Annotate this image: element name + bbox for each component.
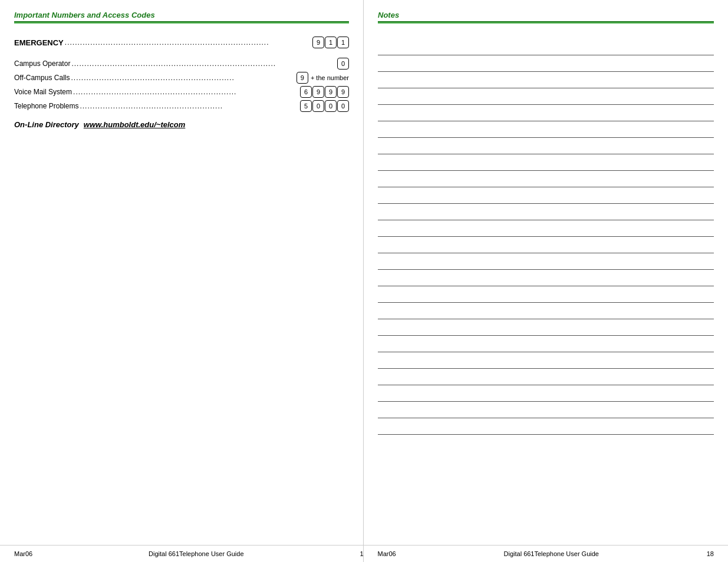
offcampus-dots: ........................................… [71, 74, 295, 82]
voicemail-code-1: 9 [312, 86, 324, 98]
footer-left: Mar06 Digital 661Telephone User Guide 1 [14, 550, 364, 557]
note-line [378, 171, 714, 187]
telproblems-code-0: 5 [300, 100, 312, 112]
emergency-label: EMERGENCY [14, 38, 64, 47]
online-directory-row: On-Line Directory www.humboldt.edu/~telc… [14, 120, 349, 129]
note-line [378, 286, 714, 303]
campus-operator-dots: ........................................… [71, 59, 336, 68]
telproblems-row: Telephone Problems .....................… [14, 100, 349, 112]
right-section-header: Notes [378, 11, 714, 25]
note-line [378, 418, 714, 435]
left-panel: Important Numbers and Access Codes EMERG… [0, 0, 364, 562]
campus-operator-row: Campus Operator ........................… [14, 58, 349, 70]
footer: Mar06 Digital 661Telephone User Guide 1 … [0, 545, 728, 562]
telproblems-codes: 5 0 0 0 [300, 100, 349, 112]
note-line [378, 138, 714, 154]
offcampus-plus: + the number [311, 74, 349, 81]
note-line [378, 39, 714, 55]
right-panel: Notes [364, 0, 728, 562]
note-line [378, 253, 714, 270]
campus-operator-label: Campus Operator [14, 59, 70, 68]
campus-operator-code-0: 0 [337, 58, 349, 70]
offcampus-codes: 9 + the number [297, 72, 349, 84]
note-line [378, 352, 714, 369]
note-line [378, 303, 714, 319]
right-header-lines [378, 21, 714, 25]
voicemail-code-0: 6 [300, 86, 312, 98]
telproblems-label: Telephone Problems [14, 102, 78, 110]
telproblems-dots: ........................................… [80, 102, 299, 110]
telproblems-code-2: 0 [325, 100, 337, 112]
note-line [378, 336, 714, 352]
note-line [378, 154, 714, 171]
note-line [378, 237, 714, 253]
note-line [378, 105, 714, 121]
left-section-title: Important Numbers and Access Codes [14, 11, 349, 19]
left-header-lines [14, 21, 349, 25]
note-line [378, 270, 714, 286]
telproblems-code-1: 0 [312, 100, 324, 112]
offcampus-row: Off-Campus Calls .......................… [14, 72, 349, 84]
emergency-dots: ........................................… [65, 38, 311, 47]
emergency-code-0: 9 [312, 37, 324, 48]
campus-operator-codes: 0 [337, 58, 349, 70]
note-line [378, 88, 714, 105]
offcampus-code-0: 9 [297, 72, 308, 84]
note-line [378, 369, 714, 385]
voicemail-code-3: 9 [337, 86, 349, 98]
online-dir-label: On-Line Directory [14, 120, 79, 129]
note-line [378, 55, 714, 72]
offcampus-label: Off-Campus Calls [14, 74, 70, 82]
footer-right-page: 18 [707, 550, 714, 557]
footer-left-date: Mar06 [14, 550, 32, 557]
note-line [378, 72, 714, 88]
telproblems-code-3: 0 [337, 100, 349, 112]
note-line [378, 402, 714, 418]
footer-right-title: Digital 661Telephone User Guide [504, 550, 599, 557]
note-line [378, 319, 714, 336]
footer-left-title: Digital 661Telephone User Guide [149, 550, 243, 557]
notes-lines-container [378, 39, 714, 435]
emergency-code-1: 1 [325, 37, 337, 48]
voicemail-codes: 6 9 9 9 [300, 86, 349, 98]
footer-right-date: Mar06 [378, 550, 396, 557]
note-line [378, 220, 714, 237]
online-dir-link[interactable]: www.humboldt.edu/~telcom [84, 120, 186, 129]
voicemail-dots: ........................................… [73, 88, 299, 96]
note-line [378, 187, 714, 204]
emergency-row: EMERGENCY ..............................… [14, 37, 349, 48]
note-line [378, 385, 714, 402]
footer-right: Mar06 Digital 661Telephone User Guide 18 [364, 550, 714, 557]
left-section-header: Important Numbers and Access Codes [14, 11, 349, 25]
emergency-codes: 9 1 1 [312, 37, 349, 48]
voicemail-code-2: 9 [325, 86, 337, 98]
voicemail-row: Voice Mail System ......................… [14, 86, 349, 98]
note-line [378, 204, 714, 220]
right-section-title: Notes [378, 11, 714, 19]
note-line [378, 121, 714, 138]
page-container: Important Numbers and Access Codes EMERG… [0, 0, 728, 562]
emergency-code-2: 1 [337, 37, 349, 48]
voicemail-label: Voice Mail System [14, 88, 72, 96]
